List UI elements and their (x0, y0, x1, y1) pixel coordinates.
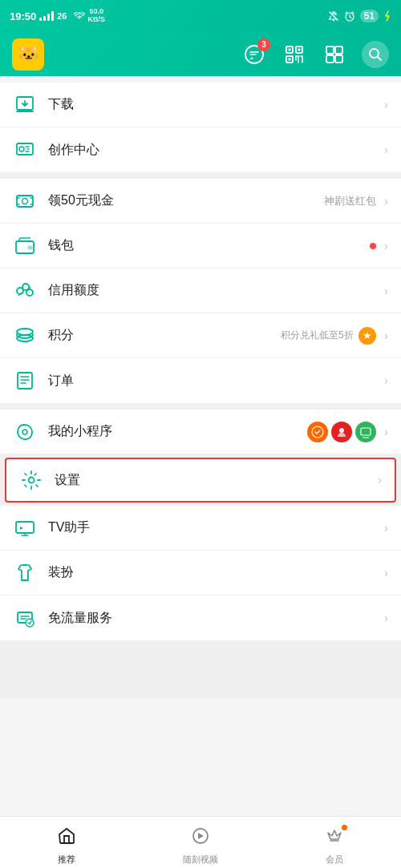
battery-level: 51 (360, 10, 379, 22)
dress-right: › (381, 566, 388, 580)
vip-icon (325, 826, 344, 850)
scan-button[interactable] (282, 42, 307, 67)
menu-item-cash[interactable]: 领50元现金 神剧送红包 › (0, 179, 401, 224)
menu-item-download[interactable]: 下载 › (0, 83, 401, 127)
menu-item-credit[interactable]: 信用额度 › (0, 268, 401, 313)
message-button[interactable]: 3 (241, 42, 267, 67)
menu-item-wallet[interactable]: 钱包 › (0, 224, 401, 268)
menu-item-points[interactable]: 积分 积分兑礼低至5折 ★ › (0, 313, 401, 358)
tab-home-label: 推荐 (58, 854, 75, 866)
notification-off-icon (328, 10, 339, 22)
status-time: 19:50 26 50.0 KB/S (10, 8, 105, 24)
creation-label: 创作中心 (48, 142, 381, 159)
home-icon (57, 826, 76, 850)
svg-rect-20 (28, 246, 32, 249)
notification-dot (370, 243, 376, 249)
chevron-icon: › (384, 329, 388, 343)
svg-point-18 (22, 198, 28, 204)
dress-icon (13, 561, 37, 585)
svg-point-30 (339, 428, 344, 433)
settings-label: 设置 (55, 472, 375, 489)
creation-icon (13, 138, 37, 162)
time-display: 19:50 (10, 10, 36, 22)
message-badge: 3 (257, 38, 270, 51)
menu-item-orders[interactable]: 订单 › (0, 358, 401, 403)
points-right: 积分兑礼低至5折 ★ › (281, 327, 388, 345)
points-label: 积分 (48, 327, 281, 344)
chevron-icon: › (384, 239, 388, 253)
orders-icon (13, 369, 37, 393)
cash-label: 领50元现金 (48, 192, 324, 209)
tab-bar: 推荐 随刻视频 会员 (0, 816, 401, 868)
freedata-label: 免流量服务 (48, 610, 381, 627)
menu-item-freedata[interactable]: 免流量服务 › (0, 595, 401, 640)
freedata-right: › (381, 611, 388, 625)
cash-subtitle: 神剧送红包 (324, 194, 376, 208)
status-bar: 19:50 26 50.0 KB/S (0, 0, 401, 32)
creation-right: › (381, 143, 388, 157)
tab-home[interactable]: 推荐 (0, 820, 134, 866)
credit-right: › (381, 284, 388, 298)
menu-group-2: 领50元现金 神剧送红包 › 钱包 › (0, 179, 401, 403)
mini-app-1 (307, 422, 328, 442)
menu-group-3: 我的小程序 › (0, 410, 401, 640)
chevron-icon: › (384, 98, 388, 112)
content: 下载 › 创作中心 › (0, 83, 401, 699)
svg-rect-33 (16, 522, 34, 533)
tab-vip-label: 会员 (326, 854, 343, 866)
credit-label: 信用额度 (48, 282, 381, 299)
svg-point-23 (26, 289, 33, 296)
miniapps-label: 我的小程序 (48, 423, 307, 440)
menu-item-miniapps[interactable]: 我的小程序 › (0, 410, 401, 454)
tv-label: TV助手 (48, 519, 381, 536)
status-icons: 51 (328, 10, 391, 22)
svg-point-26 (17, 329, 33, 335)
wifi-icon (74, 12, 85, 20)
chevron-icon: › (378, 473, 382, 487)
menu-item-dress[interactable]: 装扮 › (0, 551, 401, 595)
mini-app-icons (307, 422, 376, 442)
download-label: 下载 (48, 96, 381, 113)
orders-right: › (381, 373, 388, 388)
menu-item-tv[interactable]: TV助手 › (0, 506, 401, 551)
svg-point-16 (19, 147, 24, 151)
svg-rect-11 (326, 55, 334, 63)
tab-video[interactable]: 随刻视频 (134, 820, 268, 866)
alarm-icon (344, 10, 355, 22)
svg-rect-8 (289, 58, 291, 60)
top-nav: 🐱 3 (0, 32, 401, 76)
app-logo[interactable]: 🐱 (12, 38, 44, 71)
svg-rect-7 (298, 48, 301, 50)
settings-icon (19, 468, 43, 492)
svg-point-28 (22, 430, 27, 434)
svg-point-32 (29, 478, 34, 483)
chevron-icon: › (384, 194, 388, 208)
miniapps-right: › (307, 422, 388, 442)
tab-vip[interactable]: 会员 (267, 820, 401, 866)
menu-item-creation[interactable]: 创作中心 › (0, 127, 401, 172)
svg-rect-31 (361, 428, 371, 435)
video-icon (191, 826, 210, 850)
chevron-icon: › (384, 284, 388, 298)
mini-app-2 (331, 422, 352, 442)
chevron-icon: › (384, 521, 388, 535)
chevron-icon: › (384, 425, 388, 439)
settings-right: › (375, 473, 382, 487)
search-button[interactable] (362, 41, 389, 68)
mini-app-3 (355, 422, 376, 442)
svg-rect-10 (335, 46, 342, 54)
freedata-icon (13, 606, 37, 630)
svg-point-29 (312, 426, 323, 438)
charging-icon (383, 10, 391, 22)
miniapps-icon (13, 420, 37, 444)
svg-rect-6 (289, 48, 291, 50)
dress-label: 装扮 (48, 564, 381, 581)
credit-icon (13, 279, 37, 303)
svg-rect-27 (18, 373, 32, 389)
orders-label: 订单 (48, 373, 381, 390)
menu-item-settings[interactable]: 设置 › (5, 458, 396, 503)
svg-rect-9 (326, 46, 334, 54)
wallet-icon (13, 234, 37, 258)
grid-button[interactable] (322, 42, 347, 67)
svg-point-0 (333, 20, 334, 22)
